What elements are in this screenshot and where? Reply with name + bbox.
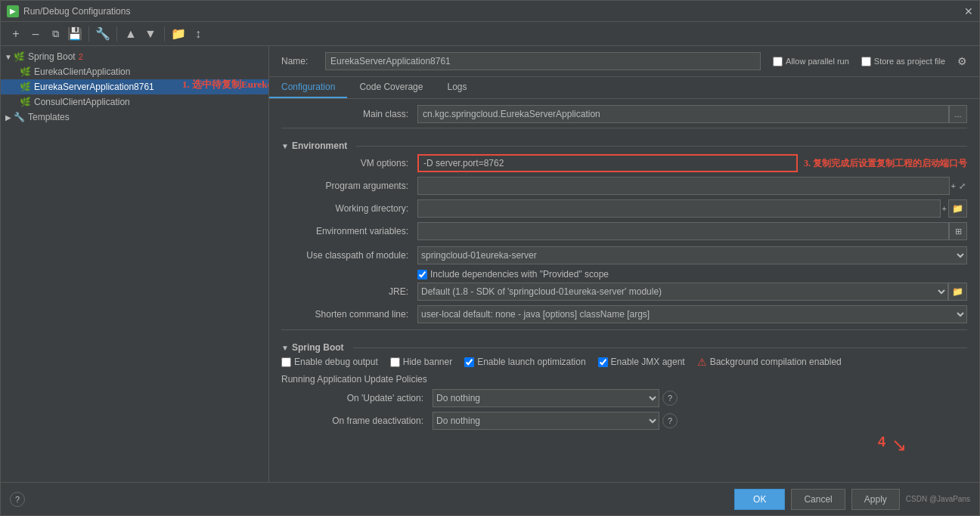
expand-arrow-templates: ▶	[4, 113, 13, 122]
vm-options-input[interactable]	[417, 154, 798, 172]
title-bar-left: ▶ Run/Debug Configurations	[7, 5, 130, 17]
add-button[interactable]: +	[7, 25, 25, 43]
bottom-bar: ? OK Cancel Apply CSDN @JavaPans	[1, 482, 979, 515]
on-frame-label: On frame deactivation:	[281, 416, 433, 426]
spring-boot-annotation: 2	[79, 52, 83, 61]
name-input[interactable]	[325, 52, 761, 70]
separator-1	[88, 26, 89, 42]
working-dir-row: Working directory: + 📁	[281, 199, 967, 218]
spring-boot-header: ▼ Spring Boot	[281, 342, 967, 353]
program-args-expand[interactable]: +	[950, 181, 957, 190]
include-deps-label: Include dependencies with "Provided" sco…	[430, 269, 609, 280]
eureka-server-icon: 🌿	[19, 81, 31, 93]
jre-select[interactable]: Default (1.8 - SDK of 'springcloud-01eur…	[417, 283, 948, 301]
env-vars-row: Environment variables: ⊞	[281, 222, 967, 240]
launch-opt-checkbox[interactable]	[464, 357, 474, 367]
remove-button[interactable]: –	[26, 25, 45, 43]
launch-opt-label: Enable launch optimization	[477, 357, 585, 367]
step4-arrow: ↘	[892, 434, 907, 456]
tree-item-consul-client[interactable]: 🌿 ConsulClientApplication	[1, 94, 268, 110]
working-dir-label: Working directory:	[281, 203, 417, 214]
store-project-label: Store as project file	[874, 57, 945, 66]
bottom-left: ?	[10, 492, 25, 507]
step4-number: 4	[878, 434, 885, 456]
jre-browse[interactable]: 📁	[948, 283, 967, 301]
program-args-row: Program arguments: + ⤢	[281, 177, 967, 195]
include-deps-checkbox[interactable]	[417, 270, 427, 280]
classpath-label: Use classpath of module:	[281, 250, 417, 261]
allow-parallel-checkbox[interactable]	[773, 57, 783, 66]
allow-parallel-run: Allow parallel run	[773, 57, 849, 66]
copy-button[interactable]: ⧉	[46, 25, 64, 43]
apply-button[interactable]: Apply	[851, 489, 900, 510]
enable-debug-checkbox[interactable]	[281, 357, 291, 367]
config-content: Main class: ... ▼ Environment V	[269, 99, 979, 462]
main-content: ▼ 🌿 Spring Boot 2 🌿 EurekaClientApplicat…	[1, 46, 979, 482]
include-deps-row: Include dependencies with "Provided" sco…	[417, 269, 967, 280]
tab-code-coverage[interactable]: Code Coverage	[347, 77, 435, 98]
store-project-checkbox[interactable]	[861, 57, 871, 66]
global-help-icon[interactable]: ?	[10, 492, 25, 507]
working-dir-group: + 📁	[417, 199, 967, 218]
folder-button[interactable]: 📁	[169, 25, 188, 43]
shorten-row: Shorten command line: user-local default…	[281, 305, 967, 323]
separator-2	[116, 26, 117, 42]
on-frame-help-icon[interactable]: ?	[662, 413, 678, 428]
eureka-server-label: EurekaServerApplication8761	[34, 82, 154, 92]
running-policies: Running Application Update Policies On '…	[281, 374, 967, 430]
window: ▶ Run/Debug Configurations ✕ + – ⧉ 💾 🔧 ▲…	[0, 0, 980, 516]
on-frame-select[interactable]: Do nothing	[433, 412, 659, 430]
tree-group-templates[interactable]: ▶ 🔧 Templates	[1, 110, 268, 125]
left-panel: ▼ 🌿 Spring Boot 2 🌿 EurekaClientApplicat…	[1, 46, 269, 482]
hide-banner-checkbox[interactable]	[390, 357, 400, 367]
working-dir-input[interactable]	[417, 199, 941, 218]
program-args-input[interactable]	[417, 177, 950, 195]
right-panel: Name: Allow parallel run Store as projec…	[269, 46, 979, 482]
env-vars-browse[interactable]: ⊞	[949, 222, 967, 240]
shorten-select[interactable]: user-local default: none - java [options…	[417, 305, 967, 323]
eureka-client-label: EurekaClientApplication	[34, 66, 130, 77]
move-up-button[interactable]: ▲	[122, 25, 140, 43]
program-args-external[interactable]: ⤢	[957, 181, 967, 191]
jre-row: JRE: Default (1.8 - SDK of 'springcloud-…	[281, 283, 967, 301]
store-as-project: Store as project file	[861, 57, 945, 66]
debug-option: Enable debug output	[281, 357, 378, 367]
gear-icon[interactable]: ⚙	[957, 55, 967, 67]
vm-options-row: VM options: 3. 复制完成后设置复制工程的启动端口号	[281, 154, 967, 172]
eureka-client-icon: 🌿	[19, 66, 31, 78]
env-collapse-arrow[interactable]: ▼	[281, 142, 289, 150]
watermark-text: CSDN @JavaPans	[906, 495, 970, 503]
on-update-select[interactable]: Do nothing	[433, 389, 659, 407]
settings-button[interactable]: 🔧	[94, 25, 112, 43]
working-dir-browse[interactable]: 📁	[948, 199, 967, 218]
tree-item-eureka-server[interactable]: 🌿 EurekaServerApplication8761 1. 选中待复制Eu…	[1, 79, 268, 94]
move-down-button[interactable]: ▼	[141, 25, 160, 43]
title-bar: ▶ Run/Debug Configurations ✕	[1, 1, 979, 22]
tab-logs[interactable]: Logs	[435, 77, 479, 98]
save-button[interactable]: 💾	[66, 25, 84, 43]
jmx-agent-label: Enable JMX agent	[611, 357, 685, 367]
tree-group-spring-boot[interactable]: ▼ 🌿 Spring Boot 2	[1, 49, 268, 64]
classpath-select[interactable]: springcloud-01eureka-server	[417, 246, 967, 264]
background-compilation-label: Background compilation enabled	[710, 357, 842, 367]
main-class-label: Main class:	[281, 109, 417, 119]
sort-button[interactable]: ↕	[189, 25, 207, 43]
tree-item-eureka-client[interactable]: 🌿 EurekaClientApplication	[1, 64, 268, 79]
working-dir-add[interactable]: +	[941, 204, 948, 213]
on-update-row: On 'Update' action: Do nothing ?	[281, 389, 967, 407]
main-class-browse-button[interactable]: ...	[949, 105, 967, 123]
spring-boot-collapse-arrow[interactable]: ▼	[281, 344, 289, 352]
tab-configuration[interactable]: Configuration	[269, 77, 347, 98]
on-update-help-icon[interactable]: ?	[662, 391, 678, 406]
main-class-input[interactable]	[417, 105, 949, 123]
spring-boot-section: ▼ Spring Boot Enable debug output Hide b…	[281, 329, 967, 456]
expand-arrow-spring-boot: ▼	[4, 52, 13, 61]
close-icon[interactable]: ✕	[964, 5, 973, 17]
hide-banner-label: Hide banner	[403, 357, 452, 367]
ok-button[interactable]: OK	[734, 489, 785, 510]
env-vars-label: Environment variables:	[281, 226, 417, 236]
cancel-button[interactable]: Cancel	[791, 489, 845, 510]
on-update-group: Do nothing ?	[433, 389, 678, 407]
jmx-agent-checkbox[interactable]	[598, 357, 608, 367]
env-vars-input[interactable]	[417, 222, 949, 240]
